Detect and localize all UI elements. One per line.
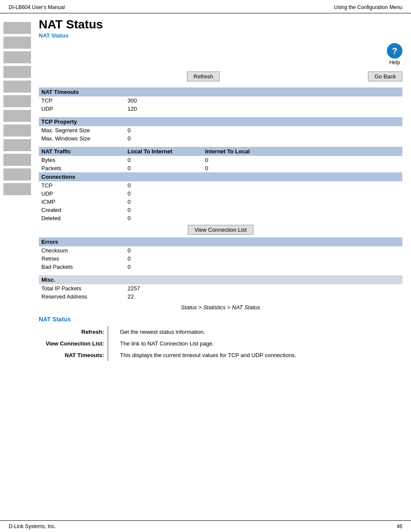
nat-timeouts-header: NAT Timeouts bbox=[39, 87, 402, 96]
total-ip-value: 2257 bbox=[128, 285, 205, 292]
reserved-label: Reserved Address bbox=[41, 293, 128, 300]
conn-tcp-value: 0 bbox=[128, 182, 205, 189]
desc-divider-0 bbox=[108, 326, 115, 338]
reserved-value: 22 bbox=[128, 293, 205, 300]
conn-created-label: Created bbox=[41, 207, 128, 213]
nat-traffic-col2: Local To Internet bbox=[125, 147, 202, 156]
bad-packets-row: Bad Packets 0 bbox=[39, 263, 402, 271]
sidebar-block-6 bbox=[3, 110, 31, 122]
packets-val1: 0 bbox=[125, 164, 202, 172]
reserved-row: Reserved Address 22 bbox=[39, 292, 402, 301]
bytes-val2: 0 bbox=[202, 156, 402, 164]
conn-deleted-label: Deleted bbox=[41, 215, 128, 221]
conn-icmp-label: ICMP bbox=[41, 199, 128, 205]
sidebar-block-1 bbox=[3, 37, 31, 49]
desc-label-2: NAT Timeouts: bbox=[39, 349, 108, 361]
conn-deleted-row: Deleted 0 bbox=[39, 214, 402, 222]
desc-divider-1 bbox=[108, 338, 115, 349]
desc-label-0: Refresh: bbox=[39, 326, 108, 338]
desc-row-2: NAT Timeouts: This displays the current … bbox=[39, 349, 402, 361]
sidebar-block-7 bbox=[3, 124, 31, 137]
total-ip-row: Total IP Packets 2257 bbox=[39, 284, 402, 292]
max-windows-value: 0 bbox=[128, 135, 205, 142]
conn-udp-row: UDP 0 bbox=[39, 190, 402, 198]
retries-label: Retries bbox=[41, 255, 128, 262]
sidebar-block-10 bbox=[3, 168, 31, 180]
sidebar bbox=[0, 18, 34, 361]
sidebar-block-3 bbox=[3, 66, 31, 78]
footer-right: 46 bbox=[397, 523, 402, 529]
refresh-button[interactable]: Refresh bbox=[187, 72, 220, 81]
tcp-row: TCP 300 bbox=[39, 96, 402, 105]
help-icon: ? bbox=[387, 43, 402, 59]
bytes-label: Bytes bbox=[39, 156, 125, 164]
conn-tcp-label: TCP bbox=[41, 182, 128, 189]
header-right: Using the Configuration Menu bbox=[334, 4, 402, 10]
udp-row: UDP 120 bbox=[39, 105, 402, 113]
conn-udp-label: UDP bbox=[41, 190, 128, 197]
description-section: NAT Status Refresh: Get the newest statu… bbox=[39, 316, 402, 361]
sidebar-block-8 bbox=[3, 139, 31, 151]
max-segment-value: 0 bbox=[128, 127, 205, 134]
tcp-property-header: TCP Property bbox=[39, 117, 402, 126]
help-label: Help bbox=[389, 59, 400, 65]
desc-text-2: This displays the current timeout values… bbox=[115, 349, 403, 361]
connections-header: Connections bbox=[39, 172, 402, 181]
bad-packets-label: Bad Packets bbox=[41, 264, 128, 270]
sidebar-block-2 bbox=[3, 51, 31, 63]
packets-row: Packets 0 0 bbox=[39, 164, 402, 172]
conn-udp-value: 0 bbox=[128, 190, 205, 197]
main-content: NAT Status NAT Status ? Help Refresh Go … bbox=[34, 18, 411, 361]
header-left: DI-LB604 User's Manual bbox=[9, 4, 65, 10]
nat-traffic-col1: NAT Traffic bbox=[39, 147, 125, 156]
retries-row: Retries 0 bbox=[39, 255, 402, 263]
sidebar-block-4 bbox=[3, 81, 31, 93]
description-title: NAT Status bbox=[39, 316, 402, 323]
view-connection-button[interactable]: View Connection List bbox=[188, 225, 253, 235]
udp-value: 120 bbox=[128, 106, 205, 112]
sidebar-block-11 bbox=[3, 183, 31, 195]
page-subtitle: NAT Status bbox=[39, 32, 402, 39]
nat-traffic-col3: Internet To Local bbox=[202, 147, 402, 156]
bytes-val1: 0 bbox=[125, 156, 202, 164]
page-header: DI-LB604 User's Manual Using the Configu… bbox=[0, 0, 411, 13]
udp-label: UDP bbox=[41, 106, 128, 112]
conn-created-row: Created 0 bbox=[39, 206, 402, 214]
checksum-label: Checksum bbox=[41, 247, 128, 254]
misc-header: Misc. bbox=[39, 275, 402, 284]
bytes-row: Bytes 0 0 bbox=[39, 156, 402, 164]
description-table: Refresh: Get the newest status informati… bbox=[39, 326, 402, 361]
desc-divider-2 bbox=[108, 349, 115, 361]
conn-deleted-value: 0 bbox=[128, 215, 205, 221]
desc-text-1: The link to NAT Connection List page. bbox=[115, 338, 403, 349]
checksum-value: 0 bbox=[128, 247, 205, 254]
packets-val2: 0 bbox=[202, 164, 402, 172]
total-ip-label: Total IP Packets bbox=[41, 285, 128, 292]
conn-created-value: 0 bbox=[128, 207, 205, 213]
bad-packets-value: 0 bbox=[128, 264, 205, 270]
max-segment-row: Max. Segment Size 0 bbox=[39, 126, 402, 134]
go-back-button[interactable]: Go Back bbox=[368, 72, 402, 81]
sidebar-block-9 bbox=[3, 154, 31, 166]
page-title: NAT Status bbox=[39, 18, 402, 31]
conn-tcp-row: TCP 0 bbox=[39, 181, 402, 190]
max-windows-row: Max. Windows Size 0 bbox=[39, 134, 402, 143]
checksum-row: Checksum 0 bbox=[39, 246, 402, 255]
packets-label: Packets bbox=[39, 164, 125, 172]
nat-traffic-table: NAT Traffic Local To Internet Internet T… bbox=[39, 147, 402, 172]
desc-row-1: View Connection List: The link to NAT Co… bbox=[39, 338, 402, 349]
conn-icmp-value: 0 bbox=[128, 199, 205, 205]
retries-value: 0 bbox=[128, 255, 205, 262]
sidebar-block-0 bbox=[3, 22, 31, 34]
sidebar-block-5 bbox=[3, 95, 31, 107]
help-button[interactable]: ? Help bbox=[387, 43, 402, 65]
desc-row-0: Refresh: Get the newest status informati… bbox=[39, 326, 402, 338]
breadcrumb: Status > Statistics > NAT Status bbox=[39, 304, 402, 311]
tcp-label: TCP bbox=[41, 97, 128, 104]
desc-text-0: Get the newest status information. bbox=[115, 326, 403, 338]
max-segment-label: Max. Segment Size bbox=[41, 127, 128, 134]
errors-header: Errors bbox=[39, 237, 402, 246]
desc-label-1: View Connection List: bbox=[39, 338, 108, 349]
max-windows-label: Max. Windows Size bbox=[41, 135, 128, 142]
tcp-value: 300 bbox=[128, 97, 205, 104]
